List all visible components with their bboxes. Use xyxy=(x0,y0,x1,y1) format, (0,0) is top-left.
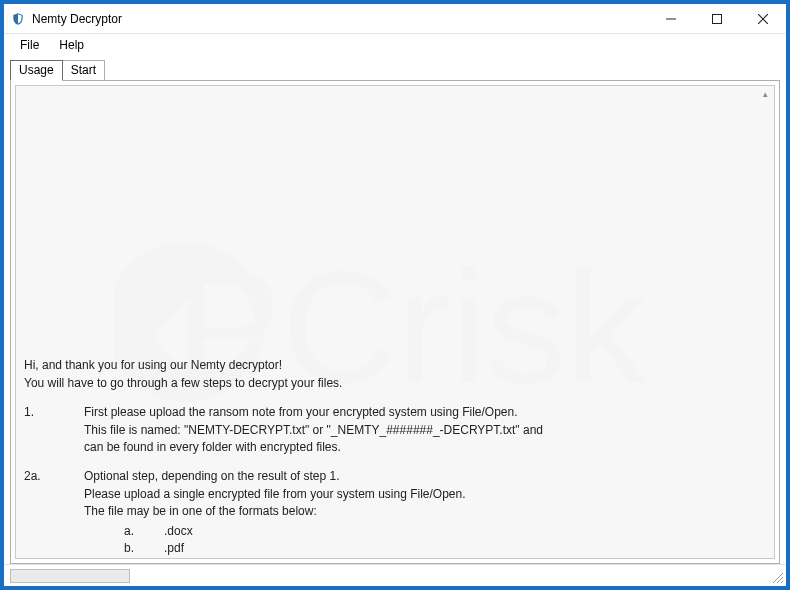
step-line: First please upload the ransom note from… xyxy=(84,404,766,421)
step-line: The file may be in one of the formats be… xyxy=(84,503,766,520)
format-letter: a. xyxy=(84,523,164,540)
tab-usage[interactable]: Usage xyxy=(10,60,63,81)
format-item: a..docx xyxy=(84,523,766,540)
step-body: Optional step, depending on the result o… xyxy=(84,468,766,559)
format-letter: c. xyxy=(84,557,164,559)
statusbar xyxy=(4,564,786,586)
menu-help[interactable]: Help xyxy=(51,36,92,54)
step-line: Please upload a single encrypted file fr… xyxy=(84,486,766,503)
step-line: This file is named: "NEMTY-DECRYPT.txt" … xyxy=(84,422,766,439)
app-window: Nemty Decryptor File Help Usage Start PC… xyxy=(4,4,786,586)
step-line: can be found in every folder with encryp… xyxy=(84,439,766,456)
window-title: Nemty Decryptor xyxy=(32,12,648,26)
intro-line1: Hi, and thank you for using our Nemty de… xyxy=(24,357,766,374)
step-number: 1. xyxy=(24,404,84,456)
format-ext: .pdf xyxy=(164,540,184,557)
format-ext: .docx xyxy=(164,523,193,540)
format-item: c..png xyxy=(84,557,766,559)
format-ext: .png xyxy=(164,557,187,559)
progress-bar xyxy=(10,569,130,583)
format-sublist: a..docxb..pdfc..pngd..pptxe..xlsxf..zip xyxy=(84,523,766,559)
menubar: File Help xyxy=(4,34,786,56)
resize-grip[interactable] xyxy=(770,570,784,584)
format-letter: b. xyxy=(84,540,164,557)
minimize-button[interactable] xyxy=(648,4,694,33)
menu-file[interactable]: File xyxy=(12,36,47,54)
intro-line2: You will have to go through a few steps … xyxy=(24,375,766,392)
format-item: b..pdf xyxy=(84,540,766,557)
app-icon-shield xyxy=(10,11,26,27)
close-button[interactable] xyxy=(740,4,786,33)
svg-line-7 xyxy=(781,581,783,583)
step-2a: 2a.Optional step, depending on the resul… xyxy=(24,468,766,559)
maximize-button[interactable] xyxy=(694,4,740,33)
tab-panel: PCrisk ▴ Hi, and thank you for using our… xyxy=(10,80,780,564)
usage-content: PCrisk ▴ Hi, and thank you for using our… xyxy=(15,85,775,559)
tab-start[interactable]: Start xyxy=(62,60,105,80)
intro-text: Hi, and thank you for using our Nemty de… xyxy=(24,357,766,392)
tabstrip: Usage Start xyxy=(4,58,786,80)
scroll-up-arrow[interactable]: ▴ xyxy=(758,88,772,102)
step-number: 2a. xyxy=(24,468,84,559)
svg-rect-1 xyxy=(713,14,722,23)
window-controls xyxy=(648,4,786,33)
step-line: Optional step, depending on the result o… xyxy=(84,468,766,485)
titlebar: Nemty Decryptor xyxy=(4,4,786,34)
step-1: 1.First please upload the ransom note fr… xyxy=(24,404,766,456)
step-body: First please upload the ransom note from… xyxy=(84,404,766,456)
